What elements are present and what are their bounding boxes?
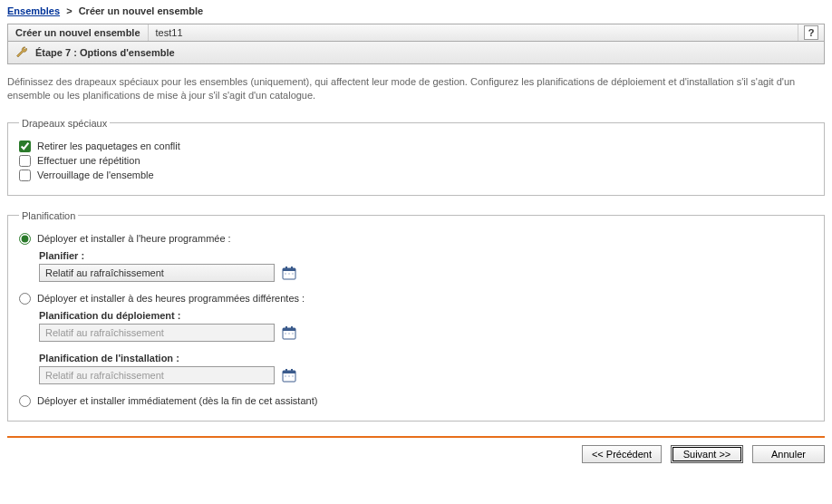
- description-text: Définissez des drapeaux spéciaux pour le…: [7, 75, 825, 103]
- option-remove-conflict[interactable]: Retirer les paquetages en conflit: [19, 141, 813, 152]
- svg-rect-11: [285, 333, 286, 334]
- panel-title: Créer un nouvel ensemble: [8, 24, 149, 41]
- label-remove-conflict: Retirer les paquetages en conflit: [37, 141, 180, 151]
- step-header: Étape 7 : Options d'ensemble: [7, 42, 825, 64]
- svg-rect-1: [283, 268, 295, 271]
- radio-row-scheduled-time[interactable]: Déployer et installer à l'heure programm…: [19, 233, 813, 245]
- block-schedule-deploy: Planification du déploiement : Relatif a…: [39, 310, 813, 342]
- checkbox-freeze[interactable]: [19, 170, 31, 181]
- step-label: Étape 7 : Options d'ensemble: [35, 47, 175, 58]
- help-button[interactable]: ?: [804, 25, 818, 40]
- calendar-icon[interactable]: [280, 324, 298, 342]
- svg-rect-4: [285, 273, 286, 275]
- select-schedule-single[interactable]: Relatif au rafraîchissement: [39, 264, 275, 282]
- radio-row-different-times[interactable]: Déployer et installer à des heures progr…: [19, 293, 813, 305]
- svg-rect-13: [292, 333, 294, 334]
- label-immediate: Déployer et installer immédiatement (dès…: [37, 395, 317, 406]
- bundle-name: test11: [149, 24, 798, 41]
- radio-immediate[interactable]: [19, 395, 31, 407]
- svg-rect-2: [285, 267, 287, 269]
- select-deploy-schedule: Relatif au rafraîchissement: [39, 324, 275, 342]
- legend-schedule: Planification: [19, 210, 78, 221]
- checkbox-remove-conflict[interactable]: [19, 141, 31, 152]
- label-deploy-schedule: Planification du déploiement :: [39, 310, 813, 321]
- option-freeze[interactable]: Verrouillage de l'ensemble: [19, 170, 813, 181]
- svg-rect-5: [288, 273, 290, 275]
- svg-rect-10: [291, 326, 293, 329]
- breadcrumb: Ensembles > Créer un nouvel ensemble: [7, 5, 825, 16]
- select-install-schedule: Relatif au rafraîchissement: [39, 366, 275, 384]
- block-schedule-install: Planification de l'installation : Relati…: [39, 353, 813, 384]
- option-dry-run[interactable]: Effectuer une répétition: [19, 155, 813, 167]
- breadcrumb-separator: >: [66, 5, 72, 16]
- svg-rect-9: [285, 326, 287, 329]
- radio-different-times[interactable]: [19, 293, 31, 305]
- label-planifier: Planifier :: [39, 250, 813, 261]
- checkbox-dry-run[interactable]: [19, 155, 31, 167]
- breadcrumb-link-ensembles[interactable]: Ensembles: [7, 5, 60, 16]
- svg-rect-6: [292, 273, 294, 275]
- footer-separator: [7, 436, 825, 438]
- label-dry-run: Effectuer une répétition: [37, 155, 140, 166]
- svg-rect-16: [285, 369, 287, 372]
- radio-scheduled-time[interactable]: [19, 233, 31, 245]
- svg-rect-20: [292, 375, 294, 377]
- label-install-schedule: Planification de l'installation :: [39, 353, 813, 363]
- back-button[interactable]: << Précédent: [582, 445, 662, 463]
- label-scheduled-time: Déployer et installer à l'heure programm…: [37, 233, 231, 244]
- legend-special-flags: Drapeaux spéciaux: [19, 118, 110, 129]
- calendar-icon[interactable]: [280, 264, 298, 282]
- cancel-button[interactable]: Annuler: [752, 445, 825, 463]
- panel-header: Créer un nouvel ensemble test11 ?: [7, 24, 825, 42]
- block-schedule-single: Planifier : Relatif au rafraîchissement: [39, 250, 813, 282]
- svg-rect-19: [288, 375, 290, 377]
- svg-rect-17: [291, 369, 293, 372]
- svg-rect-3: [291, 267, 293, 269]
- svg-rect-12: [288, 333, 290, 334]
- radio-row-immediate[interactable]: Déployer et installer immédiatement (dès…: [19, 395, 813, 407]
- label-different-times: Déployer et installer à des heures progr…: [37, 293, 305, 304]
- svg-rect-8: [283, 328, 295, 331]
- svg-rect-18: [285, 375, 286, 377]
- fieldset-special-flags: Drapeaux spéciaux Retirer les paquetages…: [7, 118, 825, 196]
- button-row: << Précédent Suivant >> Annuler: [7, 445, 825, 463]
- label-freeze: Verrouillage de l'ensemble: [37, 170, 154, 180]
- calendar-icon[interactable]: [280, 366, 298, 384]
- fieldset-schedule: Planification Déployer et installer à l'…: [7, 210, 825, 422]
- breadcrumb-current: Créer un nouvel ensemble: [79, 5, 204, 16]
- next-button[interactable]: Suivant >>: [671, 445, 743, 463]
- wrench-icon: [15, 45, 30, 60]
- svg-rect-15: [283, 371, 295, 373]
- help-cell: ?: [798, 24, 824, 41]
